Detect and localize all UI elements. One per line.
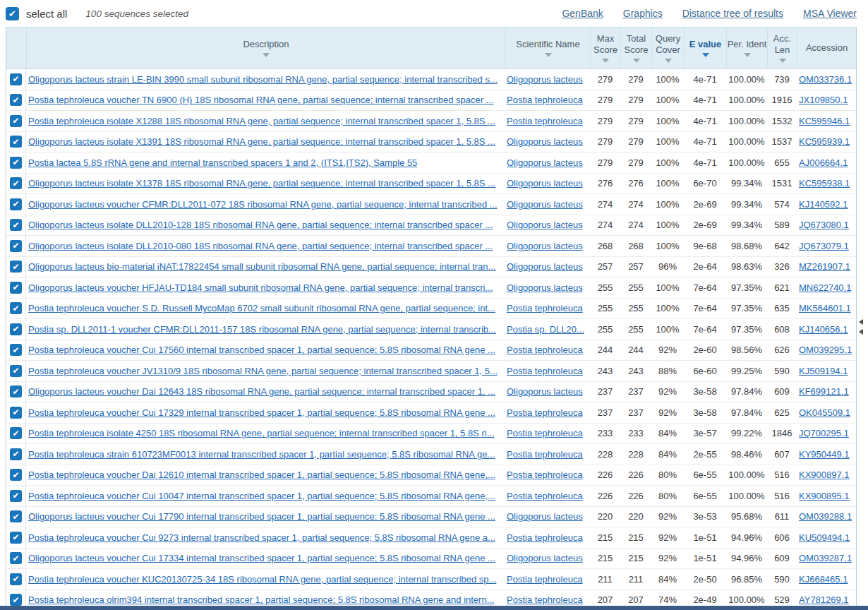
scientific-name-link[interactable]: Oligoporus lacteus <box>507 553 583 563</box>
accession-link[interactable]: OM033736.1 <box>799 74 852 85</box>
accession-link[interactable]: JX109850.1 <box>799 95 848 105</box>
description-link[interactable]: Oligoporus lacteus isolate X1391 18S rib… <box>28 136 495 147</box>
row-checkbox[interactable]: ✔ <box>10 94 22 106</box>
row-checkbox[interactable]: ✔ <box>10 510 22 522</box>
scientific-name-link[interactable]: Oligoporus lacteus <box>507 241 583 251</box>
accession-link[interactable]: KC595946.1 <box>799 116 850 126</box>
link-genbank[interactable]: GenBank <box>562 8 603 19</box>
row-checkbox[interactable]: ✔ <box>10 490 22 502</box>
row-checkbox[interactable]: ✔ <box>10 177 22 189</box>
row-checkbox[interactable]: ✔ <box>10 469 22 481</box>
row-checkbox[interactable]: ✔ <box>10 115 22 127</box>
description-link[interactable]: Oligoporus lacteus voucher CFMR:DLL2011-… <box>28 199 498 210</box>
column-header-accession[interactable]: Accession <box>797 28 856 68</box>
row-checkbox[interactable]: ✔ <box>10 302 22 314</box>
row-checkbox[interactable]: ✔ <box>10 157 22 169</box>
accession-link[interactable]: KX900897.1 <box>799 470 850 480</box>
scientific-name-link[interactable]: Oligoporus lacteus <box>507 386 583 397</box>
row-checkbox[interactable]: ✔ <box>10 261 22 273</box>
select-all-label[interactable]: select all <box>26 8 67 20</box>
column-header-acc-len[interactable]: Acc. Len <box>767 28 797 68</box>
description-link[interactable]: Postia tephroleuca olrim394 internal tra… <box>28 594 495 605</box>
row-checkbox[interactable]: ✔ <box>10 219 22 231</box>
description-link[interactable]: Postia tephroleuca isolate 4250 18S ribo… <box>28 428 495 438</box>
scientific-name-link[interactable]: Postia tephroleuca <box>507 470 583 480</box>
row-checkbox[interactable]: ✔ <box>10 365 22 377</box>
row-checkbox[interactable]: ✔ <box>10 385 22 397</box>
column-header-scientific-name[interactable]: Scientific Name <box>505 28 590 68</box>
description-link[interactable]: Postia tephroleuca voucher Cui 17329 int… <box>28 407 495 418</box>
row-checkbox[interactable]: ✔ <box>10 594 22 606</box>
accession-link[interactable]: AY781269.1 <box>799 594 849 605</box>
accession-link[interactable]: OK045509.1 <box>799 407 850 418</box>
select-all-checkbox[interactable]: ✔ <box>6 7 19 20</box>
scientific-name-link[interactable]: Postia tephroleuca <box>507 345 583 355</box>
description-link[interactable]: Oligoporus lacteus voucher HFJAU-TD184 s… <box>28 282 493 293</box>
scientific-name-link[interactable]: Postia tephroleuca <box>507 428 583 438</box>
description-link[interactable]: Postia tephroleuca voucher TN 6900 (H) 1… <box>28 95 494 105</box>
description-link[interactable]: Oligoporus lacteus isolate DLL2010-128 1… <box>28 220 493 230</box>
accession-link[interactable]: OM039295.1 <box>799 345 852 355</box>
description-link[interactable]: Postia tephroleuca voucher Cui 9273 inte… <box>28 532 495 543</box>
column-header-total-score[interactable]: Total Score <box>620 28 651 68</box>
scientific-name-link[interactable]: Oligoporus lacteus <box>507 136 583 147</box>
link-distance-tree-of-results[interactable]: Distance tree of results <box>682 8 783 19</box>
row-checkbox[interactable]: ✔ <box>10 198 22 210</box>
row-checkbox[interactable]: ✔ <box>10 136 22 148</box>
scientific-name-link[interactable]: Postia tephroleuca <box>507 407 583 418</box>
description-link[interactable]: Postia tephroleuca isolate X1288 18S rib… <box>28 116 495 126</box>
accession-link[interactable]: MK564601.1 <box>799 303 851 313</box>
column-header-per-ident[interactable]: Per. Ident <box>726 28 767 68</box>
scientific-name-link[interactable]: Postia tephroleuca <box>507 95 583 105</box>
accession-link[interactable]: KJ140656.1 <box>799 324 848 335</box>
scientific-name-link[interactable]: Oligoporus lacteus <box>507 220 583 230</box>
description-link[interactable]: Postia tephroleuca voucher S.D. Russell … <box>28 303 495 313</box>
scientific-name-link[interactable]: Oligoporus lacteus <box>507 178 583 189</box>
description-link[interactable]: Postia tephroleuca strain 610723MF0013 i… <box>28 449 495 460</box>
description-link[interactable]: Oligoporus lacteus strain LE-BIN 3990 sm… <box>28 74 498 85</box>
scientific-name-link[interactable]: Oligoporus lacteus <box>507 74 583 85</box>
scientific-name-link[interactable]: Postia tephroleuca <box>507 449 583 460</box>
row-checkbox[interactable]: ✔ <box>10 323 22 335</box>
scientific-name-link[interactable]: Postia tephroleuca <box>507 491 583 501</box>
description-link[interactable]: Postia tephroleuca voucher Cui 10047 int… <box>28 491 495 501</box>
scientific-name-link[interactable]: Postia sp. DLL20... <box>507 324 584 335</box>
description-link[interactable]: Oligoporus lacteus isolate DLL2010-080 1… <box>28 241 493 251</box>
row-checkbox[interactable]: ✔ <box>10 448 22 460</box>
description-link[interactable]: Postia tephroleuca voucher JV1310/9 18S … <box>28 366 498 376</box>
accession-link[interactable]: JQ673080.1 <box>799 220 849 230</box>
row-checkbox[interactable]: ✔ <box>10 573 22 585</box>
horizontal-scrollbar[interactable] <box>0 606 868 610</box>
column-header-query-cover[interactable]: Query Cover <box>651 28 684 68</box>
description-link[interactable]: Postia tephroleuca voucher Dai 12610 int… <box>28 470 495 480</box>
accession-link[interactable]: KY950449.1 <box>799 449 850 460</box>
column-header-description[interactable]: Description <box>26 28 505 68</box>
scientific-name-link[interactable]: Postia tephroleuca <box>507 366 583 376</box>
row-checkbox[interactable]: ✔ <box>10 73 22 85</box>
description-link[interactable]: Postia sp. DLL2011-1 voucher CFMR:DLL201… <box>28 324 496 335</box>
accession-link[interactable]: JQ700295.1 <box>799 428 849 438</box>
accession-link[interactable]: KC595938.1 <box>799 178 850 189</box>
row-checkbox[interactable]: ✔ <box>10 427 22 439</box>
accession-link[interactable]: AJ006664.1 <box>799 157 848 168</box>
column-header-e-value[interactable]: E value <box>684 28 726 68</box>
scientific-name-link[interactable]: Oligoporus lacteus <box>507 261 583 272</box>
scientific-name-link[interactable]: Postia tephroleuca <box>507 116 583 126</box>
accession-link[interactable]: OM039288.1 <box>799 511 852 522</box>
horizontal-scroll-arrows[interactable] <box>859 319 863 335</box>
accession-link[interactable]: MN622740.1 <box>799 282 851 293</box>
description-link[interactable]: Oligoporus lacteus voucher Dai 12643 18S… <box>28 386 495 397</box>
accession-link[interactable]: KU509494.1 <box>799 532 850 543</box>
link-msa-viewer[interactable]: MSA Viewer <box>803 8 857 19</box>
description-link[interactable]: Postia tephroleuca voucher KUC20130725-3… <box>28 574 496 585</box>
accession-link[interactable]: KJ509194.1 <box>799 366 848 376</box>
description-link[interactable]: Oligoporus lacteus voucher Cui 17790 int… <box>28 511 495 522</box>
column-header-max-score[interactable]: Max Score <box>590 28 620 68</box>
row-checkbox[interactable]: ✔ <box>10 344 22 356</box>
row-checkbox[interactable]: ✔ <box>10 282 22 294</box>
accession-link[interactable]: KJ668465.1 <box>799 574 848 585</box>
scientific-name-link[interactable]: Postia tephroleuca <box>507 303 583 313</box>
scientific-name-link[interactable]: Postia tephroleuca <box>507 594 583 605</box>
scientific-name-link[interactable]: Postia tephroleuca <box>507 574 583 585</box>
description-link[interactable]: Oligoporus lacteus voucher Cui 17334 int… <box>28 553 495 563</box>
